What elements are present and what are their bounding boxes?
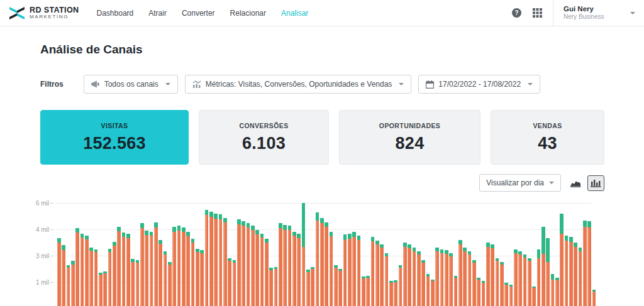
nav-relacionar[interactable]: Relacionar [230,9,266,18]
stacked-bar[interactable] [108,249,112,306]
stacked-bar[interactable] [150,232,153,306]
stacked-bar[interactable] [394,280,397,306]
stacked-bar[interactable] [255,230,259,306]
area-chart-toggle[interactable] [567,175,584,191]
stacked-bar[interactable] [186,232,190,306]
stacked-bar[interactable] [209,212,213,306]
stacked-bar[interactable] [191,239,195,306]
stacked-bar[interactable] [302,203,306,306]
stacked-bar[interactable] [196,249,199,306]
stacked-bar[interactable] [348,234,352,306]
stacked-bar[interactable] [57,238,61,306]
stacked-bar[interactable] [435,248,439,306]
stacked-bar[interactable] [362,276,365,306]
stacked-bar[interactable] [265,239,269,306]
stacked-bar[interactable] [274,267,278,306]
stacked-bar[interactable] [449,253,453,306]
stacked-bar[interactable] [385,253,389,306]
stacked-bar[interactable] [366,276,370,306]
stacked-bar[interactable] [560,214,564,306]
stacked-bar[interactable] [297,234,301,306]
nav-dashboard[interactable]: Dashboard [97,9,134,18]
stacked-bar[interactable] [288,226,292,306]
stacked-bar[interactable] [523,254,527,306]
nav-atrair[interactable]: Atrair [148,9,167,18]
stacked-bar[interactable] [145,231,148,306]
stacked-bar[interactable] [343,234,347,306]
stacked-bar[interactable] [569,237,573,306]
stacked-bar[interactable] [454,276,458,306]
stacked-bar[interactable] [440,249,444,306]
stacked-bar[interactable] [182,227,186,306]
stacked-bar[interactable] [514,249,518,306]
stacked-bar[interactable] [158,240,162,306]
nav-converter[interactable]: Converter [182,9,215,18]
stacked-bar[interactable] [62,245,65,306]
stacked-bar[interactable] [421,260,425,306]
stacked-bar[interactable] [247,223,250,306]
stacked-bar[interactable] [504,283,508,306]
card-conversoes[interactable]: CONVERSÕES 6.103 [199,110,329,165]
stacked-bar[interactable] [113,242,116,306]
stacked-bar[interactable] [389,281,393,306]
stacked-bar[interactable] [131,259,135,306]
metrics-filter-dropdown[interactable]: Métricas: Visitas, Conversões, Oportunid… [185,75,412,94]
stacked-bar[interactable] [399,265,402,306]
stacked-bar[interactable] [237,219,241,306]
stacked-bar[interactable] [320,218,324,306]
stacked-bar[interactable] [413,248,416,306]
stacked-bar[interactable] [491,244,494,306]
stacked-bar[interactable] [177,226,181,306]
stacked-bar[interactable] [80,234,84,306]
stacked-bar[interactable] [592,290,596,306]
stacked-bar[interactable] [330,232,333,306]
stacked-bar[interactable] [509,285,513,306]
stacked-bar[interactable] [518,251,522,306]
stacked-bar[interactable] [67,265,70,306]
stacked-bar[interactable] [375,241,379,306]
stacked-bar[interactable] [214,214,218,306]
stacked-bar[interactable] [154,222,158,306]
help-icon[interactable]: ? [511,8,522,18]
date-range-picker[interactable]: 17/02/2022 - 17/08/2022 [418,75,540,94]
stacked-bar[interactable] [426,274,430,306]
stacked-bar[interactable] [463,248,467,306]
stacked-bar[interactable] [75,228,79,306]
stacked-bar[interactable] [223,218,227,306]
stacked-bar[interactable] [283,225,287,306]
stacked-bar[interactable] [168,262,172,306]
stacked-bar[interactable] [260,234,264,306]
stacked-bar[interactable] [551,274,555,306]
stacked-bar[interactable] [334,265,338,306]
stacked-bar[interactable] [555,278,559,306]
stacked-bar[interactable] [417,251,421,306]
stacked-bar[interactable] [574,243,577,306]
stacked-bar[interactable] [228,258,231,306]
stacked-bar[interactable] [219,214,223,306]
stacked-bar[interactable] [94,249,98,306]
stacked-bar[interactable] [279,223,282,306]
stacked-bar[interactable] [486,243,490,306]
stacked-bar[interactable] [233,260,236,306]
stacked-bar[interactable] [140,223,144,306]
stacked-bar[interactable] [122,232,126,306]
stacked-bar[interactable] [269,268,273,306]
rd-station-logo[interactable]: RD STATION MARKETING [0,6,79,21]
stacked-bar[interactable] [587,221,591,306]
stacked-bar[interactable] [458,240,462,306]
stacked-bar[interactable] [251,226,255,306]
stacked-bar[interactable] [85,236,89,306]
stacked-bar[interactable] [477,278,480,306]
card-visitas[interactable]: VISITAS 152.563 [40,110,189,165]
stacked-bar[interactable] [537,249,541,306]
stacked-bar[interactable] [89,248,93,306]
stacked-bar[interactable] [117,227,121,306]
stacked-bar[interactable] [172,227,176,306]
nav-analisar[interactable]: Analisar [281,9,308,18]
stacked-bar[interactable] [472,260,476,306]
stacked-bar[interactable] [532,287,536,306]
stacked-bar[interactable] [500,262,504,306]
channel-filter-dropdown[interactable]: Todos os canais [84,75,178,94]
stacked-bar[interactable] [126,234,130,306]
stacked-bar[interactable] [408,244,411,306]
